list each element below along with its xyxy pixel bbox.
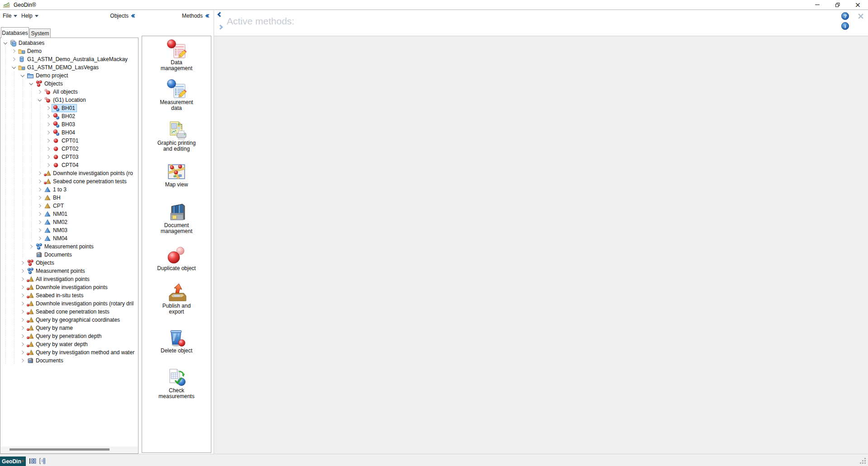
tab-system[interactable]: System [29, 29, 51, 38]
method-duplicate-object[interactable]: Duplicate object [142, 245, 211, 271]
expand-arrow[interactable] [19, 359, 26, 362]
tree-item[interactable]: G1_ASTM_Demo_Australia_LakeMackay [17, 55, 129, 63]
tree-row[interactable]: Documents [0, 251, 138, 259]
tree-item[interactable]: CPT04 [52, 161, 80, 169]
tree-row[interactable]: Query by investigation method and water [0, 348, 138, 357]
expand-arrow[interactable] [19, 262, 26, 264]
file-menu[interactable]: File [3, 13, 17, 19]
tree-item[interactable]: Downhole investigation points (ro [43, 169, 135, 177]
method-map-view[interactable]: Map view [142, 161, 211, 188]
expand-arrow[interactable] [11, 58, 17, 61]
tree-item[interactable]: Query by water depth [26, 340, 90, 348]
expand-arrow[interactable] [19, 302, 26, 305]
tree-row[interactable]: Seabed in-situ tests [0, 291, 138, 300]
tile-view-icon[interactable] [29, 457, 36, 465]
tree-item[interactable]: Downhole investigation points (rotary dr… [26, 300, 135, 308]
expand-arrow[interactable] [37, 221, 43, 223]
expand-arrow[interactable] [11, 50, 17, 52]
expand-arrow[interactable] [2, 41, 9, 45]
tree-row[interactable]: All investigation points [0, 275, 138, 283]
tree-item[interactable]: BH02 [52, 112, 77, 120]
tree-row[interactable]: Seabed cone penetration tests [0, 308, 138, 316]
expand-arrow[interactable] [19, 270, 26, 272]
tree-item[interactable]: Documents [34, 251, 74, 259]
expand-panel-icon[interactable] [218, 24, 223, 29]
tree-row[interactable]: NM02 [0, 218, 138, 226]
expand-arrow[interactable] [37, 180, 43, 183]
tree-row[interactable]: BH02 [0, 112, 138, 120]
tree-item[interactable]: NM03 [43, 226, 69, 234]
tree-item[interactable]: G1_ASTM_DEMO_LasVegas [17, 63, 100, 71]
tree-item[interactable]: Query by investigation method and water [26, 348, 136, 357]
tree-row[interactable]: BH [0, 194, 138, 202]
minimize-button[interactable] [807, 0, 827, 10]
info-icon[interactable]: i [841, 22, 849, 30]
tree-horizontal-scrollbar[interactable] [1, 447, 138, 453]
tree-item[interactable]: CPT [43, 202, 66, 210]
tree-item[interactable]: CPT02 [52, 145, 80, 153]
tree-row[interactable]: Query by water depth [0, 340, 138, 348]
expand-arrow[interactable] [11, 66, 17, 69]
tree-item[interactable]: Demo [17, 47, 43, 55]
method-measurement-data[interactable]: Measurementdata [142, 79, 211, 111]
tree-item[interactable]: All objects [43, 88, 80, 96]
form-view-icon[interactable] [38, 457, 46, 465]
tree-row[interactable]: Seabed cone penetration tests [0, 177, 138, 185]
expand-arrow[interactable] [45, 131, 52, 134]
expand-arrow[interactable] [37, 188, 43, 191]
expand-arrow[interactable] [37, 237, 43, 240]
help-menu[interactable]: Help [21, 13, 38, 19]
expand-arrow[interactable] [37, 204, 43, 207]
expand-arrow[interactable] [19, 74, 26, 77]
expand-arrow[interactable] [45, 156, 52, 158]
expand-arrow[interactable] [19, 286, 26, 289]
tree-item[interactable]: Query by geographical coordinates [26, 316, 122, 324]
tree-row[interactable]: Query by geographical coordinates [0, 316, 138, 324]
tree-row[interactable]: CPT04 [0, 161, 138, 169]
scrollbar-thumb[interactable] [10, 448, 110, 451]
expand-arrow[interactable] [37, 172, 43, 175]
tree-item[interactable]: NM02 [43, 218, 69, 226]
method-data-management[interactable]: Datamanagement [142, 39, 211, 71]
tree-item[interactable]: Objects [26, 259, 56, 267]
restore-button[interactable] [827, 0, 848, 10]
tree-item[interactable]: Seabed in-situ tests [26, 291, 85, 300]
tree-item[interactable]: NM04 [43, 234, 69, 243]
tree-item[interactable]: Measurement points [26, 267, 87, 275]
method-publish-and-export[interactable]: Publish andexport [142, 282, 211, 315]
method-document-management[interactable]: Documentmanagement [142, 202, 211, 234]
tree-item[interactable]: BH [43, 194, 62, 202]
tree-row[interactable]: Demo project [0, 71, 138, 80]
expand-arrow[interactable] [45, 147, 52, 150]
close-panel-icon[interactable]: × [857, 11, 864, 21]
tree-row[interactable]: BH03 [0, 120, 138, 128]
expand-arrow[interactable] [19, 319, 26, 321]
expand-arrow[interactable] [37, 90, 43, 93]
method-graphic-printing-and-editing[interactable]: Graphic printingand editing [142, 119, 211, 152]
expand-arrow[interactable] [37, 229, 43, 232]
tree-item[interactable]: 1 to 3 [43, 185, 68, 194]
tab-databases[interactable]: Databases [1, 27, 29, 38]
tree-item[interactable]: Databases [9, 39, 46, 47]
expand-arrow[interactable] [28, 82, 34, 86]
tree-row[interactable]: Objects [0, 80, 138, 88]
tree-item[interactable]: BH04 [52, 128, 77, 137]
tree-row[interactable]: Query by penetration depth [0, 332, 138, 340]
expand-arrow[interactable] [19, 294, 26, 297]
tree-row[interactable]: Documents [0, 357, 138, 365]
tree-row[interactable]: All objects [0, 88, 138, 96]
tree-row[interactable]: Objects [0, 259, 138, 267]
tree-row[interactable]: (G1) Location [0, 96, 138, 104]
tree-row[interactable]: BH04 [0, 128, 138, 137]
method-check-measurements[interactable]: Checkmeasurements [142, 367, 211, 399]
expand-arrow[interactable] [45, 115, 52, 118]
tree-row[interactable]: Measurement points [0, 267, 138, 275]
tree-row[interactable]: CPT01 [0, 137, 138, 145]
tree-item[interactable]: All investigation points [26, 275, 91, 283]
help-icon[interactable]: ? [841, 12, 849, 20]
expand-arrow[interactable] [45, 164, 52, 166]
expand-arrow[interactable] [45, 123, 52, 126]
tree-row[interactable]: NM04 [0, 234, 138, 243]
expand-arrow[interactable] [19, 310, 26, 313]
expand-arrow[interactable] [19, 335, 26, 338]
